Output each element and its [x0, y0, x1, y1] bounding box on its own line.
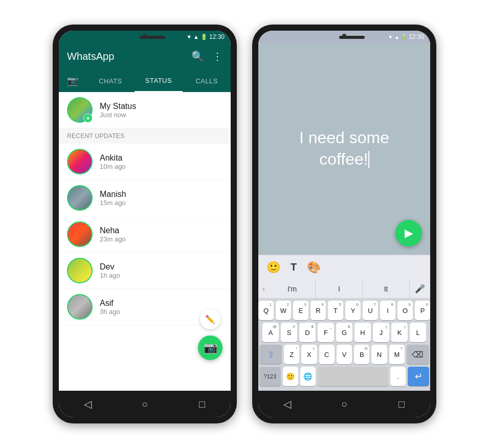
compose-area[interactable]: I need some coffee! ▶: [258, 43, 430, 255]
suggestions-arrow[interactable]: ›: [258, 285, 269, 293]
num-key[interactable]: ?123: [259, 367, 281, 386]
key-row-3: ⇧ Z* X× C V BN N M? ⌫: [259, 345, 429, 364]
app-bar-icons: 🔍 ⋮: [191, 50, 223, 62]
suggestion-3[interactable]: It: [363, 279, 410, 298]
signal-icon-2: ▲: [394, 34, 399, 40]
more-icon[interactable]: ⋮: [212, 50, 223, 62]
search-icon[interactable]: 🔍: [191, 50, 204, 62]
key-k[interactable]: K): [391, 323, 408, 342]
contact-manish[interactable]: Manish 15m ago: [59, 180, 231, 216]
key-n[interactable]: N: [371, 345, 387, 364]
my-status-row[interactable]: + My Status Just now: [59, 92, 231, 128]
key-u[interactable]: U7: [363, 301, 378, 320]
globe-key[interactable]: 🌐: [300, 367, 316, 386]
my-status-info: My Status Just now: [100, 102, 223, 119]
key-y[interactable]: Y6: [345, 301, 361, 320]
emoji-key[interactable]: 🙂: [283, 367, 298, 386]
send-icon: ▶: [405, 227, 413, 240]
manish-name: Manish: [100, 190, 223, 199]
recents-button-1[interactable]: □: [192, 394, 212, 414]
wifi-icon-2: ▼: [388, 34, 393, 40]
key-j[interactable]: J(: [373, 323, 389, 342]
key-row-4: ?123 🙂 🌐 . ↵: [259, 367, 429, 386]
period-key[interactable]: .: [390, 367, 406, 386]
tab-camera[interactable]: 📷: [59, 70, 86, 92]
compose-text: I need some coffee!: [299, 127, 389, 170]
key-h[interactable]: H-: [354, 323, 371, 342]
key-t[interactable]: T5: [328, 301, 343, 320]
status-icons-1: ▼ ▲ 🔋 12:30: [186, 33, 225, 40]
asif-name: Asif: [100, 299, 223, 308]
neha-avatar: [67, 221, 93, 247]
key-f[interactable]: F_: [318, 323, 334, 342]
suggestion-1[interactable]: I'm: [269, 279, 316, 298]
status-time-1: 12:30: [209, 33, 225, 40]
phone-1: ▼ ▲ 🔋 12:30 WhatsApp 🔍 ⋮ 📷 CHATS STATUS: [53, 25, 237, 423]
screen-2: ▼ ▲ 🔋 12:30 I need some coffee! ▶ 🙂 T 🎨: [258, 31, 430, 417]
add-status-button[interactable]: +: [83, 114, 93, 123]
key-row-2: A@ S# D$ F_ G& H- J( K) L: [259, 323, 429, 342]
mic-icon[interactable]: 🎤: [410, 284, 430, 294]
shift-key[interactable]: ⇧: [259, 345, 282, 364]
key-v[interactable]: V: [337, 345, 352, 364]
recents-button-2[interactable]: □: [391, 394, 412, 414]
contact-neha[interactable]: Neha 23m ago: [59, 216, 231, 253]
key-w[interactable]: W2: [276, 301, 291, 320]
edit-fab[interactable]: ✏️: [200, 309, 220, 329]
palette-icon[interactable]: 🎨: [307, 261, 321, 274]
key-o[interactable]: O9: [397, 301, 413, 320]
key-x[interactable]: X×: [301, 345, 317, 364]
battery-icon-2: 🔋: [401, 34, 407, 40]
key-a[interactable]: A@: [262, 323, 279, 342]
ankita-name: Ankita: [100, 153, 223, 163]
status-icons-2: ▼ ▲ 🔋 12:30: [388, 33, 424, 40]
camera-fab-icon: 📷: [204, 341, 217, 354]
key-d[interactable]: D$: [299, 323, 316, 342]
tab-status[interactable]: STATUS: [135, 70, 183, 92]
backspace-key[interactable]: ⌫: [407, 345, 429, 364]
back-button-2[interactable]: ◁: [277, 394, 297, 414]
key-b[interactable]: BN: [354, 345, 369, 364]
text-toolbar: 🙂 T 🎨: [258, 255, 430, 279]
emoji-icon[interactable]: 🙂: [266, 261, 280, 274]
key-r[interactable]: R4: [310, 301, 326, 320]
tab-calls[interactable]: CALLS: [183, 70, 231, 92]
key-g[interactable]: G&: [336, 323, 352, 342]
key-e[interactable]: E3: [293, 301, 308, 320]
dev-info: Dev 1h ago: [100, 262, 223, 279]
key-z[interactable]: Z*: [284, 345, 299, 364]
key-s[interactable]: S#: [281, 323, 297, 342]
manish-info: Manish 15m ago: [100, 190, 223, 207]
key-q[interactable]: Q1: [258, 301, 274, 320]
space-key[interactable]: [318, 367, 389, 386]
neha-name: Neha: [100, 226, 223, 235]
home-button-2[interactable]: ○: [334, 394, 354, 414]
contact-ankita[interactable]: Ankita 10m ago: [59, 144, 231, 180]
camera-fab[interactable]: 📷: [198, 335, 223, 360]
enter-key[interactable]: ↵: [408, 367, 429, 386]
key-m[interactable]: M?: [389, 345, 405, 364]
key-c[interactable]: C: [319, 345, 335, 364]
phone-2: ▼ ▲ 🔋 12:30 I need some coffee! ▶ 🙂 T 🎨: [252, 25, 436, 423]
ankita-time: 10m ago: [100, 163, 223, 170]
tabs-bar: 📷 CHATS STATUS CALLS: [59, 70, 231, 92]
back-button-1[interactable]: ◁: [77, 394, 98, 414]
key-p[interactable]: P0: [415, 301, 430, 320]
manish-avatar: [67, 185, 93, 211]
wifi-icon: ▼: [186, 34, 192, 40]
tab-chats[interactable]: CHATS: [86, 70, 135, 92]
compose-line2: coffee!: [319, 150, 368, 168]
my-status-avatar: +: [67, 97, 93, 123]
suggestion-2[interactable]: I: [316, 279, 363, 298]
my-status-time: Just now: [100, 111, 223, 119]
text-format-icon[interactable]: T: [291, 261, 297, 273]
send-button[interactable]: ▶: [395, 220, 422, 247]
key-l[interactable]: L: [410, 323, 426, 342]
home-button-1[interactable]: ○: [135, 394, 155, 414]
key-i[interactable]: I8: [380, 301, 395, 320]
contact-dev[interactable]: Dev 1h ago: [59, 253, 231, 289]
ankita-avatar: [67, 149, 93, 174]
contacts-list: Ankita 10m ago Manish 15m ago Neha 23m a…: [59, 144, 231, 391]
manish-time: 15m ago: [100, 199, 223, 207]
app-bar: WhatsApp 🔍 ⋮: [59, 43, 231, 70]
